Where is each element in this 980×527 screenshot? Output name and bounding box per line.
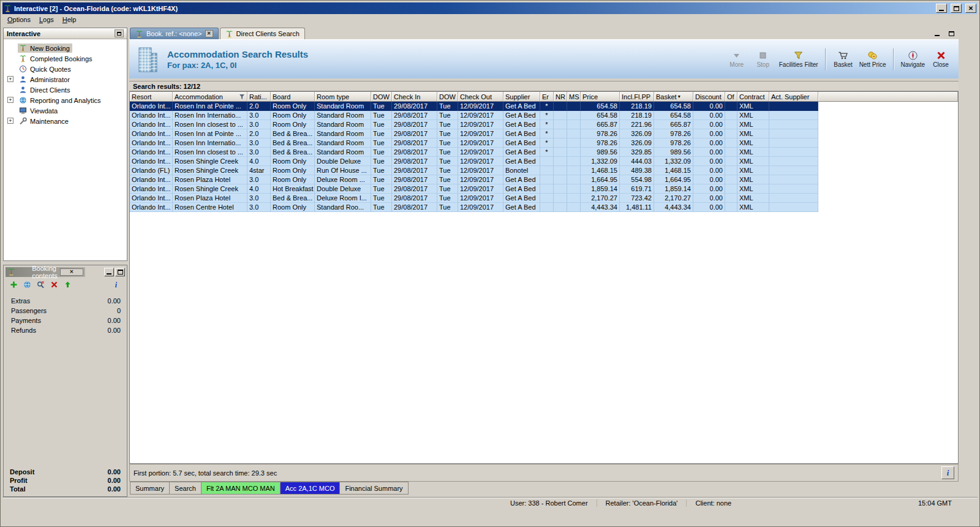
info-icon[interactable]: i <box>941 466 954 479</box>
cell: 0.00 <box>693 102 725 111</box>
column-header-of[interactable]: Of <box>725 92 737 101</box>
table-row[interactable]: Orlando Int...Rosen Shingle Creek4.0Room… <box>130 157 818 166</box>
tab-book-ref-none[interactable]: Book. ref.: <none>✕ <box>130 28 219 39</box>
maximize-window-icon[interactable] <box>951 4 962 13</box>
cell: 1,664.95 <box>581 175 620 184</box>
sidebar-item-label: Reporting and Analytics <box>30 97 101 104</box>
facilities-filter-button[interactable]: Facilities Filter <box>779 50 818 68</box>
sidebar-item-inner: Administrator <box>18 75 72 84</box>
cell: XML <box>737 175 769 184</box>
bottom-tab-summary[interactable]: Summary <box>130 482 170 495</box>
menu-help[interactable]: Help <box>58 15 81 24</box>
column-header-er[interactable]: Er <box>540 92 554 101</box>
menu-logs[interactable]: Logs <box>35 15 58 24</box>
column-header-check-out[interactable]: Check Out <box>458 92 503 101</box>
expand-toggle-icon[interactable]: + <box>7 76 13 82</box>
expand-toggle-icon[interactable]: + <box>7 118 13 124</box>
close-button[interactable]: Close <box>930 50 951 68</box>
column-header-dow[interactable]: DOW <box>437 92 458 101</box>
table-row[interactable]: Orlando Int...Rosen Inn at Pointe ...2.0… <box>130 102 818 111</box>
panel-restore-icon[interactable] <box>115 268 125 276</box>
mdi-restore-icon[interactable] <box>946 29 957 38</box>
bottom-tab-flt-2a-man-mco-man[interactable]: Flt 2A MAN MCO MAN <box>201 482 281 495</box>
row-label: Profit <box>10 477 108 484</box>
table-row[interactable]: Orlando Int...Rosen Inn Internatio...3.0… <box>130 138 818 148</box>
table-row[interactable]: Orlando Int...Rosen Inn closest to ...3.… <box>130 148 818 157</box>
nett-price-button[interactable]: Nett Price <box>859 50 886 68</box>
sidebar-item-viewdata[interactable]: Viewdata <box>4 105 127 116</box>
bottom-tab-financial-summary[interactable]: Financial Summary <box>339 482 408 495</box>
column-header-accommodation[interactable]: Accommodation <box>173 92 247 101</box>
bottom-tab-acc-2a-1c-mco[interactable]: Acc 2A,1C MCO <box>280 482 341 495</box>
tab-direct-clients-search[interactable]: Direct Clients Search <box>220 28 305 39</box>
sidebar-item-completed-bookings[interactable]: Completed Bookings <box>4 53 127 64</box>
column-header-rati[interactable]: Rati... <box>247 92 271 101</box>
sidebar-item-quick-quotes[interactable]: Quick Quotes <box>4 64 127 74</box>
search-remove-icon[interactable] <box>37 281 45 289</box>
tool-label: Navigate <box>901 61 925 68</box>
column-header-dow[interactable]: DOW <box>371 92 392 101</box>
column-header-resort[interactable]: Resort <box>130 92 173 101</box>
navigate-button[interactable]: Navigate <box>901 50 925 68</box>
sidebar-item-new-booking[interactable]: New Booking <box>4 43 127 53</box>
mdi-minimize-icon[interactable] <box>932 29 943 38</box>
sidebar-item-administrator[interactable]: +Administrator <box>4 74 127 85</box>
cell: Rosen Inn closest to ... <box>173 148 247 157</box>
cell: Bonotel <box>503 166 540 175</box>
cell: 1,859.14 <box>581 184 620 194</box>
table-row[interactable]: Orlando Int...Rosen Inn Internatio...3.0… <box>130 111 818 120</box>
move-up-icon[interactable] <box>64 281 72 289</box>
column-header-room-type[interactable]: Room type <box>315 92 371 101</box>
booking-contents-panel: Booking contents ✕ i Extras0.00Passenger… <box>3 265 127 497</box>
table-row[interactable]: Orlando Int...Rosen Plaza Hotel3.0Bed & … <box>130 194 818 203</box>
column-header-check-in[interactable]: Check In <box>392 92 437 101</box>
column-header-discount[interactable]: Discount <box>693 92 725 101</box>
panel-collapse-icon[interactable] <box>115 29 124 37</box>
more-button[interactable]: More <box>726 50 747 68</box>
table-row[interactable]: Orlando Int...Rosen Inn closest to ...3.… <box>130 120 818 129</box>
column-header-basket[interactable]: Basket▾ <box>654 92 693 101</box>
table-row[interactable]: Orlando Int...Rosen Inn at Pointe ...2.0… <box>130 129 818 138</box>
column-header-price[interactable]: Price <box>581 92 620 101</box>
cell: Get A Bed <box>503 120 540 129</box>
table-row[interactable]: Orlando Int...Rosen Plaza Hotel3.0Room O… <box>130 175 818 184</box>
statusbar-client: Client: none <box>687 499 740 507</box>
basket-button[interactable]: Basket <box>833 50 854 68</box>
expand-toggle-icon[interactable]: + <box>7 97 13 103</box>
sidebar-item-label: Direct Clients <box>30 86 70 94</box>
close-panel-icon[interactable]: ✕ <box>60 268 83 276</box>
column-header-label: Board <box>273 93 290 100</box>
column-header-nr[interactable]: NR <box>554 92 567 101</box>
sidebar-item-direct-clients[interactable]: Direct Clients <box>4 85 127 95</box>
panel-minimize-icon[interactable] <box>104 268 114 276</box>
globe-icon[interactable] <box>23 281 32 289</box>
sidebar-item-reporting-and-analytics[interactable]: +Reporting and Analytics <box>4 95 127 105</box>
column-header-label: Accommodation <box>175 93 223 100</box>
column-header-ms[interactable]: MS <box>567 92 581 101</box>
column-header-incl-fl-pp[interactable]: Incl.Fl.PP <box>620 92 654 101</box>
menu-options[interactable]: Options <box>3 15 35 24</box>
close-tab-icon[interactable]: ✕ <box>205 30 213 37</box>
info-icon[interactable]: i <box>112 281 121 289</box>
bottom-tab-search[interactable]: Search <box>169 482 202 495</box>
add-icon[interactable] <box>10 281 18 289</box>
booking-contents-tab[interactable]: Booking contents ✕ <box>6 267 85 277</box>
column-header-act-supplier[interactable]: Act. Supplier <box>769 92 818 101</box>
minimize-window-icon[interactable] <box>936 4 947 13</box>
table-row[interactable]: Orlando (FL)Rosen Shingle Creek4starRoom… <box>130 166 818 175</box>
cell: 329.85 <box>620 148 654 157</box>
filter-icon[interactable] <box>239 94 245 100</box>
column-header-supplier[interactable]: Supplier <box>503 92 540 101</box>
column-header-board[interactable]: Board <box>271 92 315 101</box>
delete-red-icon[interactable] <box>50 281 59 289</box>
close-window-icon[interactable]: ✕ <box>965 4 976 13</box>
table-row[interactable]: Orlando Int...Rosen Shingle Creek4.0Hot … <box>130 184 818 194</box>
results-toolbar: MoreStopFacilities FilterBasketNett Pric… <box>726 48 959 70</box>
table-row[interactable]: Orlando Int...Rosen Centre Hotel3.0Room … <box>130 203 818 212</box>
column-header-contract[interactable]: Contract <box>737 92 769 101</box>
stop-button[interactable]: Stop <box>753 50 774 68</box>
cell: 0.00 <box>693 184 725 194</box>
sidebar-item-maintenance[interactable]: +Maintenance <box>4 116 127 126</box>
search-timing-strip: First portion: 5.7 sec, total search tim… <box>129 464 959 482</box>
cell <box>554 120 567 129</box>
